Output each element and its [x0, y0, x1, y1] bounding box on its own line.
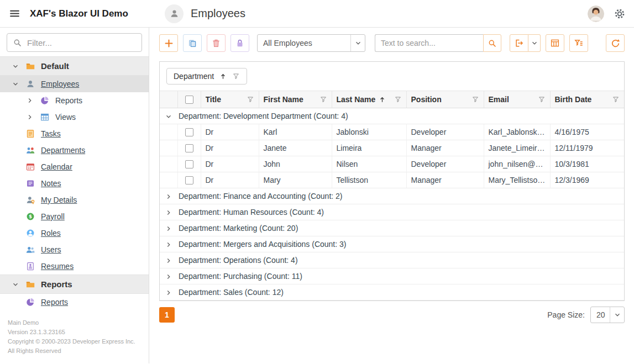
- column-header-title[interactable]: Title: [201, 91, 259, 108]
- export-dropdown-button[interactable]: [528, 34, 541, 52]
- sidebar-item-departments[interactable]: Departments: [0, 142, 149, 159]
- search-button[interactable]: [483, 34, 501, 52]
- page-size-select[interactable]: 20: [590, 307, 625, 323]
- sidebar-item-label: Tasks: [41, 129, 61, 138]
- footer-line-copyright: Copyright © 2000-2023 Developer Express …: [8, 337, 141, 346]
- column-header-position[interactable]: Position: [406, 91, 484, 108]
- row-checkbox[interactable]: [185, 144, 193, 152]
- group-row[interactable]: Department: Purchasing (Count: 11): [160, 268, 624, 284]
- group-row[interactable]: Department: Human Resources (Count: 4): [160, 204, 624, 220]
- filter-icon[interactable]: [247, 96, 254, 103]
- table-row[interactable]: DrJaneteLimeiraManagerJanete_Limeira…12/…: [160, 140, 624, 156]
- column-header-first-name[interactable]: First Name: [259, 91, 332, 108]
- cell-first-name: Karl: [259, 124, 332, 140]
- sidebar-item-label: Reports: [41, 298, 68, 307]
- column-header-email[interactable]: Email: [484, 91, 550, 108]
- sidebar-item-reports[interactable]: Reports: [0, 294, 149, 310]
- group-row[interactable]: Department: Development Department (Coun…: [160, 108, 624, 124]
- expand-group-icon[interactable]: [165, 257, 172, 264]
- export-button[interactable]: [510, 34, 528, 52]
- menu-button[interactable]: [9, 8, 20, 19]
- protect-button[interactable]: [230, 34, 249, 52]
- column-header-last-name[interactable]: Last Name: [332, 91, 406, 108]
- expand-group-icon[interactable]: [165, 289, 172, 296]
- table-row[interactable]: DrMaryTellistsonManagerMary_Tellistson…1…: [160, 172, 624, 188]
- sidebar-item-label: Calendar: [41, 162, 72, 171]
- main-content: All Employees: [149, 28, 634, 363]
- delete-button[interactable]: [207, 34, 226, 52]
- group-label: Department: Finance and Accounting (Coun…: [177, 188, 624, 204]
- app-title: XAF's Blazor UI Demo: [30, 8, 128, 19]
- report-icon: [25, 297, 35, 307]
- chevron-right-icon[interactable]: [25, 114, 34, 120]
- search-input[interactable]: [375, 34, 483, 52]
- filter-icon[interactable]: [471, 96, 479, 103]
- expand-group-icon[interactable]: [165, 225, 172, 232]
- trash-icon: [211, 38, 221, 48]
- chevron-down-icon[interactable]: [11, 63, 20, 70]
- view-selector-dropdown-button[interactable]: [350, 35, 365, 51]
- report-icon: [40, 96, 50, 105]
- sidebar-item-calendar[interactable]: Calendar: [0, 159, 149, 175]
- settings-button[interactable]: [614, 8, 626, 20]
- sidebar-item-views[interactable]: Views: [0, 109, 149, 125]
- filter-builder-button[interactable]: [569, 34, 588, 52]
- row-checkbox[interactable]: [185, 160, 193, 168]
- sidebar-item-resumes[interactable]: Resumes: [0, 258, 149, 275]
- group-expand-cell: [160, 108, 177, 124]
- cell-position: Developer: [406, 156, 484, 172]
- filter-icon[interactable]: [394, 96, 402, 103]
- cell-first-name: Janete: [259, 140, 332, 156]
- group-row[interactable]: Department: Sales (Count: 12): [160, 284, 624, 300]
- row-checkbox[interactable]: [185, 128, 193, 136]
- column-header-birth-date[interactable]: Birth Date: [550, 91, 624, 108]
- row-checkbox[interactable]: [185, 176, 193, 184]
- sidebar-filter-box: [7, 33, 142, 52]
- expand-group-icon[interactable]: [165, 193, 172, 200]
- page-size-dropdown-button[interactable]: [610, 307, 624, 323]
- expand-group-icon[interactable]: [165, 209, 172, 216]
- group-row[interactable]: Department: Mergers and Acquisitions (Co…: [160, 236, 624, 252]
- column-chooser-button[interactable]: [546, 34, 564, 52]
- chevron-down-icon[interactable]: [11, 81, 20, 87]
- footer-line-rights: All Rights Reserved: [8, 346, 141, 356]
- sidebar-item-employees[interactable]: Employees: [0, 76, 149, 92]
- filter-icon[interactable]: [612, 96, 620, 103]
- sidebar-item-roles[interactable]: Roles: [0, 225, 149, 241]
- chevron-down-icon[interactable]: [11, 281, 20, 288]
- select-all-checkbox[interactable]: [185, 96, 193, 104]
- collapse-group-icon[interactable]: [165, 113, 172, 120]
- sidebar-group-reports[interactable]: Reports: [0, 275, 149, 294]
- filter-input[interactable]: [27, 38, 137, 48]
- expand-group-icon[interactable]: [165, 273, 172, 280]
- sidebar-item-payroll[interactable]: $Payroll: [0, 208, 149, 225]
- clone-button[interactable]: [183, 34, 202, 52]
- table-row[interactable]: DrJohnNilsenDeveloperjohn_nilsen@ex…10/3…: [160, 156, 624, 172]
- view-selector[interactable]: All Employees: [257, 34, 365, 52]
- chevron-right-icon[interactable]: [25, 97, 34, 104]
- new-button[interactable]: [159, 34, 178, 52]
- row-indent-cell: [160, 172, 177, 188]
- users-icon: [25, 245, 35, 255]
- filter-icon[interactable]: [538, 96, 546, 103]
- cell-first-name: Mary: [259, 172, 332, 188]
- sidebar-item-tasks[interactable]: Tasks: [0, 125, 149, 142]
- expand-group-icon[interactable]: [165, 241, 172, 248]
- svg-text:$: $: [29, 214, 32, 219]
- group-row[interactable]: Department: Marketing (Count: 20): [160, 220, 624, 236]
- filter-icon[interactable]: [319, 96, 327, 103]
- table-row[interactable]: DrKarlJablonskiDeveloperKarl_Jablonski…4…: [160, 124, 624, 140]
- group-row[interactable]: Department: Finance and Accounting (Coun…: [160, 188, 624, 204]
- group-label: Department: Operations (Count: 4): [177, 252, 624, 268]
- sidebar-group-default[interactable]: Default: [0, 56, 149, 76]
- sidebar-item-my-details[interactable]: My Details: [0, 192, 149, 208]
- page-1-button[interactable]: 1: [159, 307, 175, 323]
- sidebar-item-users[interactable]: Users: [0, 241, 149, 258]
- group-chip-department[interactable]: Department: [166, 68, 247, 85]
- user-avatar[interactable]: [588, 6, 604, 22]
- group-row[interactable]: Department: Operations (Count: 4): [160, 252, 624, 268]
- filter-icon[interactable]: [232, 72, 240, 80]
- refresh-button[interactable]: [606, 34, 625, 52]
- sidebar-item-reports[interactable]: Reports: [0, 92, 149, 109]
- sidebar-item-notes[interactable]: Notes: [0, 175, 149, 192]
